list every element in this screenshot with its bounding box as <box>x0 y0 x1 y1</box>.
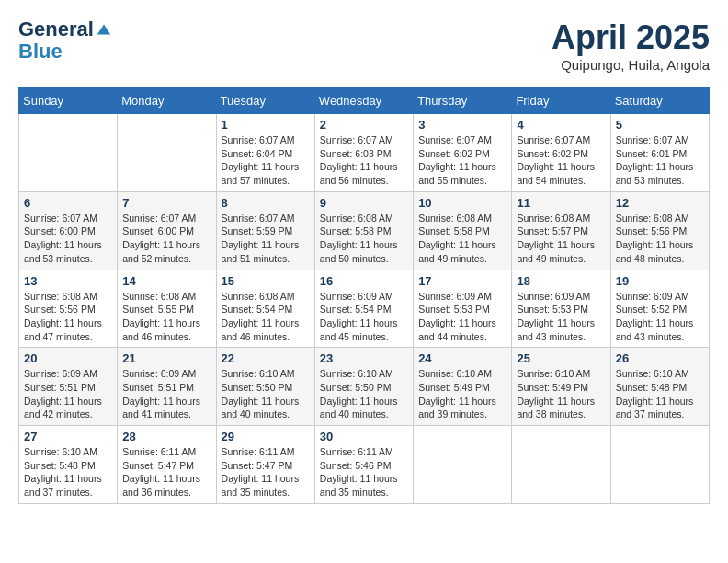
day-info: Sunrise: 6:07 AMSunset: 6:02 PMDaylight:… <box>418 133 506 188</box>
weekday-sunday: Sunday <box>19 88 118 114</box>
calendar-cell: 1Sunrise: 6:07 AMSunset: 6:04 PMDaylight… <box>216 114 314 192</box>
day-info: Sunrise: 6:11 AMSunset: 5:47 PMDaylight:… <box>122 445 210 500</box>
calendar-cell: 23Sunrise: 6:10 AMSunset: 5:50 PMDayligh… <box>314 348 413 426</box>
logo-blue: Blue <box>18 40 112 63</box>
day-info: Sunrise: 6:07 AMSunset: 6:01 PMDaylight:… <box>616 133 704 188</box>
calendar-cell: 21Sunrise: 6:09 AMSunset: 5:51 PMDayligh… <box>118 348 216 426</box>
day-info: Sunrise: 6:08 AMSunset: 5:57 PMDaylight:… <box>517 212 605 266</box>
week-row-3: 13Sunrise: 6:08 AMSunset: 5:56 PMDayligh… <box>19 270 710 348</box>
day-info: Sunrise: 6:10 AMSunset: 5:49 PMDaylight:… <box>418 367 506 421</box>
weekday-friday: Friday <box>512 88 610 114</box>
day-number: 29 <box>222 430 310 443</box>
calendar-cell: 6Sunrise: 6:07 AMSunset: 6:00 PMDaylight… <box>19 191 118 270</box>
calendar-cell <box>512 426 610 504</box>
week-row-2: 6Sunrise: 6:07 AMSunset: 6:00 PMDaylight… <box>19 191 710 270</box>
calendar-cell: 17Sunrise: 6:09 AMSunset: 5:53 PMDayligh… <box>414 270 512 348</box>
weekday-thursday: Thursday <box>414 88 512 114</box>
calendar-cell: 11Sunrise: 6:08 AMSunset: 5:57 PMDayligh… <box>512 191 610 270</box>
calendar-cell: 19Sunrise: 6:09 AMSunset: 5:52 PMDayligh… <box>610 270 709 348</box>
day-number: 6 <box>24 196 112 210</box>
title-section: April 2025 Quipungo, Huila, Angola <box>552 18 710 73</box>
calendar-cell: 16Sunrise: 6:09 AMSunset: 5:54 PMDayligh… <box>314 270 413 348</box>
day-info: Sunrise: 6:11 AMSunset: 5:46 PMDaylight:… <box>320 445 408 500</box>
day-info: Sunrise: 6:10 AMSunset: 5:50 PMDaylight:… <box>222 367 310 421</box>
day-number: 17 <box>418 274 506 288</box>
day-info: Sunrise: 6:07 AMSunset: 6:02 PMDaylight:… <box>517 133 605 188</box>
day-info: Sunrise: 6:10 AMSunset: 5:49 PMDaylight:… <box>517 367 605 421</box>
day-number: 11 <box>517 196 605 210</box>
day-number: 10 <box>418 196 506 210</box>
weekday-wednesday: Wednesday <box>314 88 413 114</box>
logo-general: General <box>18 18 94 40</box>
day-info: Sunrise: 6:08 AMSunset: 5:58 PMDaylight:… <box>320 212 408 266</box>
calendar-cell: 20Sunrise: 6:09 AMSunset: 5:51 PMDayligh… <box>19 348 118 426</box>
calendar-cell: 18Sunrise: 6:09 AMSunset: 5:53 PMDayligh… <box>512 270 610 348</box>
calendar-cell <box>414 426 512 504</box>
day-info: Sunrise: 6:09 AMSunset: 5:53 PMDaylight:… <box>418 290 506 344</box>
calendar-cell <box>19 114 118 192</box>
calendar-cell: 10Sunrise: 6:08 AMSunset: 5:58 PMDayligh… <box>414 191 512 270</box>
header: General Blue April 2025 Quipungo, Huila,… <box>18 18 710 73</box>
day-info: Sunrise: 6:08 AMSunset: 5:56 PMDaylight:… <box>616 212 704 266</box>
day-info: Sunrise: 6:08 AMSunset: 5:56 PMDaylight:… <box>24 290 112 344</box>
calendar-cell: 26Sunrise: 6:10 AMSunset: 5:48 PMDayligh… <box>610 348 709 426</box>
week-row-5: 27Sunrise: 6:10 AMSunset: 5:48 PMDayligh… <box>19 426 710 504</box>
day-number: 9 <box>320 196 408 210</box>
calendar-cell: 27Sunrise: 6:10 AMSunset: 5:48 PMDayligh… <box>19 426 118 504</box>
calendar-cell: 8Sunrise: 6:07 AMSunset: 5:59 PMDaylight… <box>216 191 314 270</box>
calendar-cell: 24Sunrise: 6:10 AMSunset: 5:49 PMDayligh… <box>414 348 512 426</box>
svg-marker-0 <box>97 25 110 35</box>
day-info: Sunrise: 6:07 AMSunset: 6:00 PMDaylight:… <box>122 212 210 266</box>
day-info: Sunrise: 6:08 AMSunset: 5:55 PMDaylight:… <box>122 290 210 344</box>
week-row-4: 20Sunrise: 6:09 AMSunset: 5:51 PMDayligh… <box>19 348 710 426</box>
day-number: 18 <box>517 274 605 288</box>
day-number: 26 <box>616 351 704 365</box>
day-number: 12 <box>616 196 704 210</box>
day-number: 25 <box>517 351 605 365</box>
day-info: Sunrise: 6:09 AMSunset: 5:51 PMDaylight:… <box>122 367 210 421</box>
calendar-cell: 25Sunrise: 6:10 AMSunset: 5:49 PMDayligh… <box>512 348 610 426</box>
calendar-cell: 14Sunrise: 6:08 AMSunset: 5:55 PMDayligh… <box>118 270 216 348</box>
calendar-cell: 12Sunrise: 6:08 AMSunset: 5:56 PMDayligh… <box>610 191 709 270</box>
day-info: Sunrise: 6:09 AMSunset: 5:53 PMDaylight:… <box>517 290 605 344</box>
day-number: 22 <box>222 351 310 365</box>
day-number: 16 <box>320 274 408 288</box>
month-title: April 2025 <box>552 18 710 57</box>
day-number: 4 <box>517 118 605 132</box>
day-info: Sunrise: 6:07 AMSunset: 5:59 PMDaylight:… <box>222 212 310 266</box>
day-number: 24 <box>418 351 506 365</box>
calendar-body: 1Sunrise: 6:07 AMSunset: 6:04 PMDaylight… <box>19 114 710 504</box>
day-info: Sunrise: 6:10 AMSunset: 5:48 PMDaylight:… <box>616 367 704 421</box>
calendar-cell: 9Sunrise: 6:08 AMSunset: 5:58 PMDaylight… <box>314 191 413 270</box>
day-info: Sunrise: 6:11 AMSunset: 5:47 PMDaylight:… <box>222 445 310 500</box>
weekday-saturday: Saturday <box>610 88 709 114</box>
logo-icon <box>96 21 112 38</box>
day-number: 14 <box>122 274 210 288</box>
day-info: Sunrise: 6:07 AMSunset: 6:00 PMDaylight:… <box>24 212 112 266</box>
day-number: 8 <box>222 196 310 210</box>
day-info: Sunrise: 6:10 AMSunset: 5:48 PMDaylight:… <box>24 445 112 500</box>
day-info: Sunrise: 6:09 AMSunset: 5:54 PMDaylight:… <box>320 290 408 344</box>
day-number: 2 <box>320 118 408 132</box>
calendar-cell: 4Sunrise: 6:07 AMSunset: 6:02 PMDaylight… <box>512 114 610 192</box>
calendar-cell: 30Sunrise: 6:11 AMSunset: 5:46 PMDayligh… <box>314 426 413 504</box>
day-info: Sunrise: 6:08 AMSunset: 5:54 PMDaylight:… <box>222 290 310 344</box>
day-info: Sunrise: 6:07 AMSunset: 6:04 PMDaylight:… <box>222 133 310 188</box>
weekday-monday: Monday <box>118 88 216 114</box>
calendar-cell: 5Sunrise: 6:07 AMSunset: 6:01 PMDaylight… <box>610 114 709 192</box>
day-info: Sunrise: 6:09 AMSunset: 5:51 PMDaylight:… <box>24 367 112 421</box>
day-number: 7 <box>122 196 210 210</box>
day-info: Sunrise: 6:09 AMSunset: 5:52 PMDaylight:… <box>616 290 704 344</box>
weekday-header-row: SundayMondayTuesdayWednesdayThursdayFrid… <box>19 88 710 114</box>
weekday-tuesday: Tuesday <box>216 88 314 114</box>
day-number: 28 <box>122 430 210 443</box>
week-row-1: 1Sunrise: 6:07 AMSunset: 6:04 PMDaylight… <box>19 114 710 192</box>
day-number: 15 <box>222 274 310 288</box>
day-info: Sunrise: 6:10 AMSunset: 5:50 PMDaylight:… <box>320 367 408 421</box>
day-number: 21 <box>122 351 210 365</box>
day-info: Sunrise: 6:08 AMSunset: 5:58 PMDaylight:… <box>418 212 506 266</box>
day-number: 19 <box>616 274 704 288</box>
day-number: 23 <box>320 351 408 365</box>
day-number: 3 <box>418 118 506 132</box>
calendar-cell: 22Sunrise: 6:10 AMSunset: 5:50 PMDayligh… <box>216 348 314 426</box>
